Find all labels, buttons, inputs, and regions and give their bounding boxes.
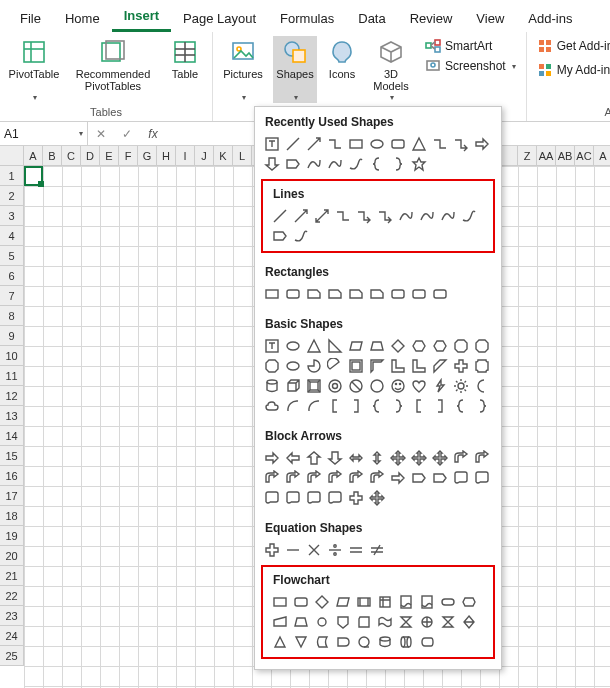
row-header[interactable]: 6 — [0, 266, 24, 286]
row-header[interactable]: 13 — [0, 406, 24, 426]
shape-offpage[interactable] — [334, 613, 352, 631]
shape-hexagon[interactable] — [431, 337, 449, 355]
shape-ccallout[interactable] — [326, 489, 344, 507]
col-header[interactable]: A — [594, 146, 610, 166]
cancel-formula-button[interactable]: ✕ — [88, 127, 114, 141]
shape-elbowarr[interactable] — [376, 207, 394, 225]
shape-lbracket[interactable] — [410, 397, 428, 415]
shape-noentry[interactable] — [347, 377, 365, 395]
shape-hexagon[interactable] — [410, 337, 428, 355]
shape-bentarrow[interactable] — [305, 469, 323, 487]
shape-tri[interactable] — [305, 337, 323, 355]
shape-snip[interactable] — [326, 285, 344, 303]
shape-notequal[interactable] — [368, 541, 386, 559]
shape-stored[interactable] — [313, 633, 331, 651]
shape-elbowarr[interactable] — [355, 207, 373, 225]
shape-line[interactable] — [271, 207, 289, 225]
shape-bevel[interactable] — [305, 377, 323, 395]
shape-octagon[interactable] — [263, 357, 281, 375]
shape-rect[interactable] — [347, 135, 365, 153]
shape-textbox[interactable] — [263, 337, 281, 355]
shape-rect[interactable] — [263, 285, 281, 303]
shape-tape[interactable] — [376, 613, 394, 631]
shape-doc[interactable] — [397, 593, 415, 611]
shape-bentarrow[interactable] — [452, 449, 470, 467]
col-header[interactable]: AB — [556, 146, 575, 166]
shape-ccallout[interactable] — [263, 489, 281, 507]
row-header[interactable]: 20 — [0, 546, 24, 566]
shape-curve[interactable] — [397, 207, 415, 225]
shape-quadarrow[interactable] — [431, 449, 449, 467]
shape-cube[interactable] — [284, 377, 302, 395]
col-header[interactable]: G — [138, 146, 157, 166]
icons-button[interactable]: Icons — [323, 36, 361, 92]
my-addins-button[interactable]: My Add-ins ▾ — [537, 62, 610, 78]
shape-times[interactable] — [305, 541, 323, 559]
row-header[interactable]: 16 — [0, 466, 24, 486]
shape-trapezoid[interactable] — [368, 337, 386, 355]
row-header[interactable]: 14 — [0, 426, 24, 446]
shape-oval[interactable] — [368, 135, 386, 153]
shape-snip[interactable] — [347, 285, 365, 303]
shape-udarrow[interactable] — [368, 449, 386, 467]
col-header[interactable]: E — [100, 146, 119, 166]
tab-page-layout[interactable]: Page Layout — [171, 5, 268, 32]
col-header[interactable]: B — [43, 146, 62, 166]
row-header[interactable]: 3 — [0, 206, 24, 226]
shape-pentagon[interactable] — [284, 155, 302, 173]
shape-sum[interactable] — [397, 613, 415, 631]
shape-diamond[interactable] — [389, 337, 407, 355]
shape-chord[interactable] — [326, 357, 344, 375]
col-header[interactable]: AC — [575, 146, 594, 166]
shape-quadarrow[interactable] — [368, 489, 386, 507]
row-header[interactable]: 4 — [0, 226, 24, 246]
enter-formula-button[interactable]: ✓ — [114, 127, 140, 141]
tab-addins[interactable]: Add-ins — [516, 5, 584, 32]
get-addins-button[interactable]: Get Add-ins — [537, 38, 610, 54]
shape-rbrace[interactable] — [389, 397, 407, 415]
shape-display[interactable] — [418, 633, 436, 651]
shape-doc[interactable] — [418, 593, 436, 611]
shape-darrow[interactable] — [326, 449, 344, 467]
shape-textbox[interactable] — [263, 135, 281, 153]
col-header[interactable]: I — [176, 146, 195, 166]
shape-lrarrow[interactable] — [347, 449, 365, 467]
shape-diagstripe[interactable] — [431, 357, 449, 375]
shape-rarrow[interactable] — [263, 449, 281, 467]
shape-terminator[interactable] — [439, 593, 457, 611]
shape-smiley[interactable] — [389, 377, 407, 395]
row-header[interactable]: 25 — [0, 646, 24, 666]
row-header[interactable]: 18 — [0, 506, 24, 526]
shape-uarrow[interactable] — [305, 449, 323, 467]
shape-merge[interactable] — [292, 633, 310, 651]
shape-dataio[interactable] — [334, 593, 352, 611]
shape-bentarrow[interactable] — [368, 469, 386, 487]
shape-plus[interactable] — [263, 541, 281, 559]
shape-rbracket[interactable] — [347, 397, 365, 415]
shape-snip[interactable] — [368, 285, 386, 303]
insert-function-button[interactable]: fx — [140, 127, 166, 141]
shape-line[interactable] — [284, 135, 302, 153]
shape-lightning[interactable] — [431, 377, 449, 395]
shape-sort[interactable] — [460, 613, 478, 631]
shape-predef[interactable] — [355, 593, 373, 611]
shape-freeform[interactable] — [347, 155, 365, 173]
tab-home[interactable]: Home — [53, 5, 112, 32]
shape-octagon[interactable] — [452, 337, 470, 355]
shape-diracc[interactable] — [397, 633, 415, 651]
shape-connect[interactable] — [313, 613, 331, 631]
name-box[interactable]: A1 ▾ — [0, 122, 88, 145]
3d-models-button[interactable]: 3D Models ▾ — [367, 36, 415, 103]
shape-freeform[interactable] — [460, 207, 478, 225]
col-header[interactable]: A — [24, 146, 43, 166]
shape-roundrect[interactable] — [389, 285, 407, 303]
shape-lbrace[interactable] — [368, 155, 386, 173]
shape-elbow[interactable] — [431, 135, 449, 153]
shape-ccallout[interactable] — [284, 489, 302, 507]
col-header[interactable]: K — [214, 146, 233, 166]
shape-lshape[interactable] — [410, 357, 428, 375]
shape-roundrect[interactable] — [292, 593, 310, 611]
shape-ccallout[interactable] — [305, 489, 323, 507]
shape-roundrect[interactable] — [389, 135, 407, 153]
shape-arc[interactable] — [305, 397, 323, 415]
